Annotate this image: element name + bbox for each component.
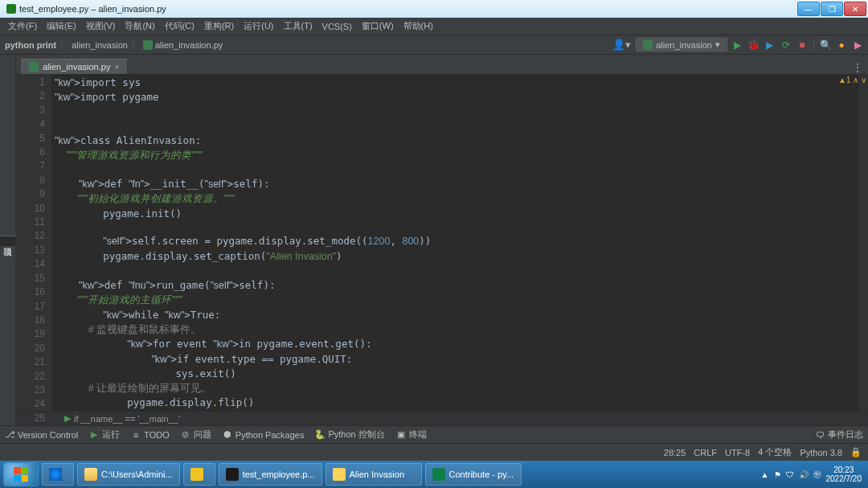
taskbar-clock[interactable]: 20:23 2022/7/20 xyxy=(826,465,862,483)
code-breadcrumb[interactable]: ▶ if __name__ == '__main__' xyxy=(16,411,868,425)
pygame-icon xyxy=(333,468,346,481)
folder-icon xyxy=(84,468,97,481)
breadcrumb-file[interactable]: alien_invasion.py xyxy=(143,40,223,50)
window-titlebar: test_employee.py – alien_invasion.py — ❐… xyxy=(0,0,868,18)
project-toolwindow-tab[interactable]: 项目 xyxy=(0,236,15,246)
menu-item[interactable]: 导航(N) xyxy=(120,18,159,34)
window-title: test_employee.py – alien_invasion.py xyxy=(19,4,166,14)
run-icon[interactable]: ▶ xyxy=(732,39,743,51)
python-file-icon xyxy=(143,40,153,50)
todo-tab[interactable]: ≡TODO xyxy=(131,429,170,441)
problems-tab[interactable]: ⊘问题 xyxy=(181,429,211,441)
editor-tabs: alien_invasion.py × ⋮ xyxy=(16,55,868,74)
chrome-icon xyxy=(432,468,445,481)
tray-network-icon[interactable]: ⚑ xyxy=(774,470,781,479)
menu-item[interactable]: 编辑(E) xyxy=(42,18,81,34)
help-icon[interactable]: ● xyxy=(836,39,847,51)
breadcrumb-folder[interactable]: alien_invasion xyxy=(72,40,128,50)
breadcrumb-project[interactable]: python print xyxy=(5,40,56,50)
coverage-icon[interactable]: ▶ xyxy=(764,39,776,51)
menu-item[interactable]: 代码(C) xyxy=(160,18,199,34)
taskbar-game[interactable]: Alien Invasion xyxy=(326,463,422,486)
editor-tab-label: alien_invasion.py xyxy=(43,62,110,72)
left-toolwindow-bar: 项目 结构 Bookmarks xyxy=(0,55,16,425)
taskbar-explorer[interactable]: C:\Users\Admini... xyxy=(77,463,180,486)
run-config-dropdown[interactable]: alien_invasion ▾ xyxy=(636,38,727,51)
version-control-tab[interactable]: ⎇Version Control xyxy=(5,429,78,441)
start-button[interactable] xyxy=(3,462,39,486)
line-number-gutter: 1234567891011121314151617181920212223242… xyxy=(16,74,51,411)
app-icon xyxy=(6,4,16,14)
taskbar-unknown[interactable] xyxy=(183,463,215,486)
warning-count[interactable]: ▲1 ∧ ∨ xyxy=(838,76,866,84)
windows-taskbar: C:\Users\Admini... test_employee.p... Al… xyxy=(0,461,868,488)
code-area[interactable]: "kw">import sys "kw">import pygame "kw">… xyxy=(51,74,858,411)
minimize-button[interactable]: — xyxy=(797,2,820,16)
editor-body[interactable]: 1234567891011121314151617181920212223242… xyxy=(16,74,868,411)
pycharm-icon xyxy=(226,468,239,481)
ie-icon xyxy=(49,468,62,481)
menu-item[interactable]: 运行(U) xyxy=(239,18,278,34)
menu-bar: 文件(F)编辑(E)视图(V)导航(N)代码(C)重构(R)运行(U)工具(T)… xyxy=(0,18,868,35)
cursor-position[interactable]: 28:25 xyxy=(664,448,686,457)
system-tray[interactable]: ▲ ⚑ 🛡 🔊 ㊥ 20:23 2022/7/20 xyxy=(761,465,865,483)
python-file-icon xyxy=(29,62,39,72)
tab-close-icon[interactable]: × xyxy=(114,63,119,72)
menu-item[interactable]: 窗口(W) xyxy=(357,18,399,34)
taskbar-pycharm[interactable]: test_employee.p... xyxy=(219,463,322,486)
menu-item[interactable]: 文件(F) xyxy=(3,18,42,34)
file-encoding[interactable]: UTF-8 xyxy=(725,448,750,457)
python-interpreter[interactable]: Python 3.8 xyxy=(800,448,842,457)
menu-item[interactable]: VCS(S) xyxy=(317,20,357,33)
menu-item[interactable]: 工具(T) xyxy=(279,18,317,34)
menu-item[interactable]: 视图(V) xyxy=(81,18,121,34)
run-gutter-icon[interactable]: ▶ xyxy=(64,413,71,424)
python-file-icon xyxy=(643,40,653,50)
line-separator[interactable]: CRLF xyxy=(694,448,717,457)
run-tab[interactable]: ▶运行 xyxy=(89,429,120,441)
python-packages-tab[interactable]: ⬢Python Packages xyxy=(223,429,305,441)
editor-tab-active[interactable]: alien_invasion.py × xyxy=(21,59,127,74)
event-log-tab[interactable]: 🗨事件日志 xyxy=(815,429,863,441)
user-icon[interactable]: 👤▾ xyxy=(612,39,631,51)
codewithme-icon[interactable]: ▶ xyxy=(852,39,863,51)
menu-item[interactable]: 重构(R) xyxy=(199,18,239,34)
inspection-stripe[interactable]: ▲1 ∧ ∨ xyxy=(858,74,868,411)
taskbar-ie[interactable] xyxy=(42,463,74,486)
indent-settings[interactable]: 4 个空格 xyxy=(758,446,792,458)
tray-ime-icon[interactable]: ㊥ xyxy=(813,469,821,480)
breadcrumb: python print 〉 alien_invasion 〉 alien_in… xyxy=(5,39,223,51)
window-controls: — ❐ ✕ xyxy=(796,2,866,16)
profile-icon[interactable]: ⟳ xyxy=(780,39,792,51)
bottom-toolwindow-bar: ⎇Version Control ▶运行 ≡TODO ⊘问题 ⬢Python P… xyxy=(0,425,868,443)
nav-toolbar: python print 〉 alien_invasion 〉 alien_in… xyxy=(0,35,868,55)
tray-up-icon[interactable]: ▲ xyxy=(761,470,769,479)
tray-volume-icon[interactable]: 🔊 xyxy=(799,470,809,479)
terminal-tab[interactable]: ▣终端 xyxy=(396,429,427,441)
tray-shield-icon[interactable]: 🛡 xyxy=(786,470,794,479)
app-icon xyxy=(190,468,203,481)
main-area: 项目 结构 Bookmarks alien_invasion.py × ⋮ 12… xyxy=(0,55,868,425)
close-button[interactable]: ✕ xyxy=(844,2,866,16)
maximize-button[interactable]: ❐ xyxy=(821,2,843,16)
python-console-tab[interactable]: 🐍Python 控制台 xyxy=(315,429,384,441)
windows-logo-icon xyxy=(14,467,28,482)
editor: alien_invasion.py × ⋮ 123456789101112131… xyxy=(16,55,868,425)
menu-item[interactable]: 帮助(H) xyxy=(399,18,438,34)
tab-overflow-icon[interactable]: ⋮ xyxy=(852,61,868,74)
taskbar-chrome[interactable]: Contribute - py... xyxy=(425,463,522,486)
search-icon[interactable]: 🔍 xyxy=(820,39,831,51)
stop-icon[interactable]: ■ xyxy=(796,39,808,51)
status-bar: 28:25 CRLF UTF-8 4 个空格 Python 3.8 🔒 xyxy=(0,443,868,461)
readonly-lock-icon[interactable]: 🔒 xyxy=(850,447,862,457)
debug-icon[interactable]: 🐞 xyxy=(748,39,760,51)
